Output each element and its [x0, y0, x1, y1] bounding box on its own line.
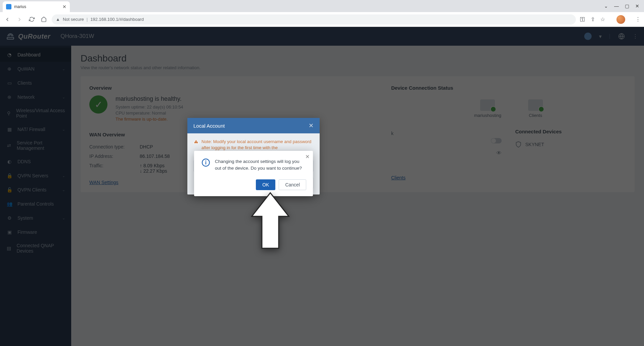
nav-forward-icon[interactable] — [15, 15, 24, 24]
tab-favicon — [6, 4, 11, 9]
address-bar[interactable]: ▲ Not secure | 192.168.100.1/#/dashboard — [52, 14, 576, 25]
insecure-icon: ▲ — [56, 17, 60, 22]
bookmark-star-icon[interactable]: ☆ — [600, 16, 605, 23]
cancel-button[interactable]: Cancel — [279, 179, 306, 190]
nav-back-icon[interactable] — [3, 15, 11, 24]
svg-rect-4 — [205, 162, 206, 165]
url-text: 192.168.100.1/#/dashboard — [90, 17, 144, 22]
browser-toolbar: ▲ Not secure | 192.168.100.1/#/dashboard… — [0, 12, 644, 27]
secure-label: Not secure — [63, 17, 84, 22]
window-close-icon[interactable]: ✕ — [635, 3, 639, 9]
share-icon[interactable]: ⇪ — [591, 16, 595, 23]
confirm-text: Changing the account settings will log y… — [215, 158, 306, 171]
confirm-dialog: ✕ Changing the account settings will log… — [194, 151, 313, 196]
window-minimize-icon[interactable]: — — [614, 3, 619, 9]
browser-menu-icon[interactable]: ⋮ — [635, 16, 641, 23]
nav-reload-icon[interactable] — [28, 15, 36, 24]
warning-icon — [193, 139, 199, 144]
modal-close-icon[interactable]: ✕ — [309, 122, 314, 129]
ok-button[interactable]: OK — [256, 179, 275, 190]
tab-close-icon[interactable]: ✕ — [62, 4, 66, 9]
tab-title: marius — [14, 4, 26, 9]
window-maximize-icon[interactable]: ▢ — [625, 3, 629, 9]
nav-home-icon[interactable] — [40, 15, 48, 24]
key-icon[interactable]: ⚿ — [580, 16, 585, 23]
chevron-down-icon[interactable]: ⌄ — [604, 3, 608, 9]
svg-point-3 — [205, 161, 206, 162]
modal-note-text: Note: Modify your local account username… — [201, 139, 314, 151]
modal-backdrop — [0, 27, 644, 346]
info-icon — [201, 158, 210, 167]
profile-avatar[interactable] — [616, 15, 625, 24]
browser-tab-strip: marius ✕ ⌄ — ▢ ✕ — [0, 0, 644, 12]
browser-tab[interactable]: marius ✕ — [3, 1, 70, 12]
dialog-close-icon[interactable]: ✕ — [305, 154, 310, 160]
modal-title: Local Account — [193, 123, 225, 129]
